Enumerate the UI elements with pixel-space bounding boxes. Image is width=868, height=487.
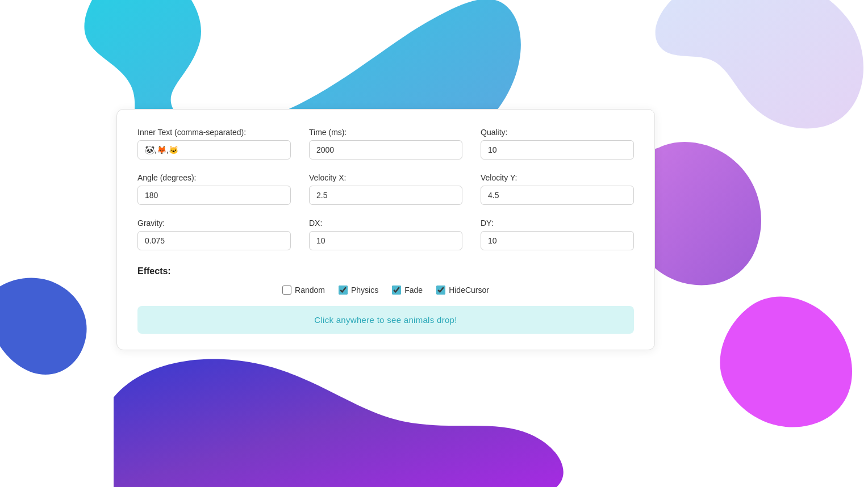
- effect-random-checkbox[interactable]: [282, 286, 291, 295]
- effect-fade-label: Fade: [404, 286, 423, 295]
- effect-random-label: Random: [295, 286, 325, 295]
- time-ms-label: Time (ms):: [309, 128, 462, 137]
- time-ms-group: Time (ms):: [309, 128, 462, 159]
- effect-fade[interactable]: Fade: [392, 286, 423, 295]
- quality-label: Quality:: [481, 128, 634, 137]
- time-ms-input[interactable]: [309, 140, 462, 159]
- inner-text-label: Inner Text (comma-separated):: [137, 128, 291, 137]
- dx-label: DX:: [309, 219, 462, 228]
- angle-label: Angle (degrees):: [137, 173, 291, 182]
- effects-section: Effects: Random Physics Fade HideCursor: [137, 266, 634, 295]
- gravity-input[interactable]: [137, 231, 291, 250]
- velocity-y-input[interactable]: [481, 186, 634, 205]
- velocity-x-input[interactable]: [309, 186, 462, 205]
- effect-random[interactable]: Random: [282, 286, 325, 295]
- angle-input[interactable]: [137, 186, 291, 205]
- dy-label: DY:: [481, 219, 634, 228]
- quality-input[interactable]: [481, 140, 634, 159]
- effects-row: Random Physics Fade HideCursor: [137, 286, 634, 295]
- settings-card: Inner Text (comma-separated): Time (ms):…: [116, 109, 655, 350]
- dy-input[interactable]: [481, 231, 634, 250]
- effect-hidecursor[interactable]: HideCursor: [436, 286, 489, 295]
- velocity-x-group: Velocity X:: [309, 173, 462, 205]
- effect-hidecursor-checkbox[interactable]: [436, 286, 445, 295]
- dx-group: DX:: [309, 219, 462, 250]
- effect-physics[interactable]: Physics: [339, 286, 378, 295]
- effect-hidecursor-label: HideCursor: [449, 286, 489, 295]
- quality-group: Quality:: [481, 128, 634, 159]
- velocity-y-group: Velocity Y:: [481, 173, 634, 205]
- velocity-x-label: Velocity X:: [309, 173, 462, 182]
- effect-physics-label: Physics: [351, 286, 378, 295]
- effect-fade-checkbox[interactable]: [392, 286, 401, 295]
- gravity-group: Gravity:: [137, 219, 291, 250]
- velocity-y-label: Velocity Y:: [481, 173, 634, 182]
- cta-button[interactable]: Click anywhere to see animals drop!: [137, 306, 634, 334]
- dx-input[interactable]: [309, 231, 462, 250]
- effect-physics-checkbox[interactable]: [339, 286, 348, 295]
- gravity-label: Gravity:: [137, 219, 291, 228]
- inner-text-input[interactable]: [137, 140, 291, 159]
- dy-group: DY:: [481, 219, 634, 250]
- effects-title: Effects:: [137, 266, 634, 276]
- angle-group: Angle (degrees):: [137, 173, 291, 205]
- inner-text-group: Inner Text (comma-separated):: [137, 128, 291, 159]
- form-grid: Inner Text (comma-separated): Time (ms):…: [137, 128, 634, 250]
